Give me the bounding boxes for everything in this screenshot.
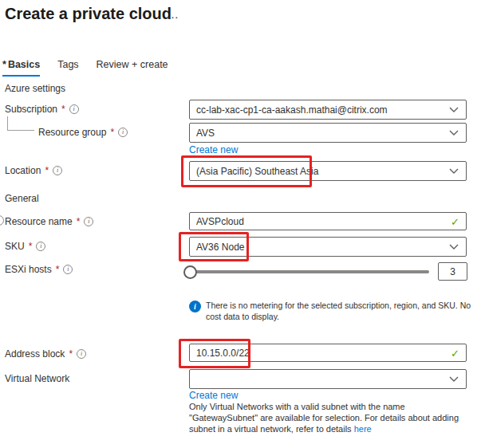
tab-review-create-label: Review + create	[97, 59, 168, 70]
clipped-info-icon	[0, 215, 4, 226]
tree-connector-horizontal	[7, 130, 34, 131]
info-icon[interactable]: i	[63, 265, 73, 274]
chevron-down-icon	[449, 128, 459, 139]
sku-label: SKU * i	[5, 241, 45, 252]
info-banner-icon: i	[189, 301, 201, 312]
wizard-tabs: *Basics Tags Review + create	[2, 59, 168, 77]
esxi-hosts-value: 3	[450, 266, 455, 277]
subscription-label: Subscription * i	[5, 104, 79, 115]
required-asterisk: *	[45, 165, 49, 176]
address-block-label: Address block * i	[5, 348, 86, 360]
location-label-text: Location	[5, 165, 41, 176]
required-asterisk: *	[29, 241, 33, 252]
valid-check-icon: ✓	[451, 215, 459, 227]
info-icon[interactable]: i	[84, 217, 93, 226]
address-block-label-text: Address block	[5, 348, 65, 360]
resource-group-label-text: Resource group	[38, 127, 106, 138]
required-asterisk: *	[77, 216, 81, 227]
esxi-hosts-label-text: ESXi hosts	[5, 264, 52, 275]
tab-review-create[interactable]: Review + create	[97, 59, 168, 77]
virtual-network-help-body: Only Virtual Networks with a valid subne…	[189, 402, 459, 434]
virtual-network-label-text: Virtual Network	[5, 373, 69, 384]
resource-name-label-text: Resource name	[5, 216, 73, 227]
esxi-slider-handle[interactable]	[183, 265, 197, 279]
resource-name-label: Resource name * i	[5, 216, 93, 227]
virtual-network-label: Virtual Network	[5, 373, 69, 384]
create-private-cloud-page: Create a private cloud … *Basics Tags Re…	[0, 0, 485, 448]
page-title: Create a private cloud	[5, 5, 172, 23]
tree-connector-vertical	[7, 116, 8, 130]
ellipsis-menu-icon[interactable]: …	[167, 7, 179, 21]
section-general: General	[5, 193, 39, 204]
subscription-value: cc-lab-xac-cp1-ca-aakash.mathai@citrix.c…	[196, 104, 388, 116]
info-icon[interactable]: i	[53, 166, 62, 175]
virtual-network-help-text: Only Virtual Networks with a valid subne…	[189, 401, 473, 434]
resource-group-value: AVS	[196, 128, 215, 139]
virtual-network-help-here-link[interactable]: here	[354, 424, 372, 434]
address-block-input[interactable]: 10.15.0.0/22 ✓	[189, 344, 467, 362]
location-dropdown[interactable]: (Asia Pacific) Southeast Asia	[189, 161, 467, 181]
resource-group-label: Resource group * i	[38, 127, 128, 138]
location-label: Location * i	[5, 165, 62, 176]
required-asterisk: *	[110, 127, 114, 138]
esxi-hosts-label: ESXi hosts * i	[5, 264, 73, 275]
info-banner-text: There is no metering for the selected su…	[206, 300, 474, 322]
address-block-value: 10.15.0.0/22	[196, 348, 250, 359]
location-value: (Asia Pacific) Southeast Asia	[196, 166, 318, 177]
resource-name-input[interactable]: AVSPcloud ✓	[189, 212, 467, 230]
required-asterisk: *	[69, 348, 73, 360]
chevron-down-icon	[449, 166, 459, 177]
required-asterisk: *	[61, 104, 65, 115]
required-asterisk: *	[56, 264, 60, 275]
subscription-dropdown[interactable]: cc-lab-xac-cp1-ca-aakash.mathai@citrix.c…	[189, 100, 467, 120]
resource-name-value: AVSPcloud	[196, 216, 244, 227]
valid-check-icon: ✓	[451, 347, 459, 359]
esxi-hosts-value-box[interactable]: 3	[438, 262, 467, 281]
info-icon[interactable]: i	[36, 242, 45, 251]
virtual-network-dropdown[interactable]	[189, 369, 467, 389]
info-icon[interactable]: i	[69, 104, 79, 114]
virtual-network-create-new-link[interactable]: Create new	[189, 390, 238, 401]
tab-tags[interactable]: Tags	[57, 59, 78, 77]
chevron-down-icon	[449, 242, 459, 253]
tab-required-mark: *	[2, 59, 6, 70]
chevron-down-icon	[449, 374, 459, 385]
esxi-slider-track[interactable]	[195, 270, 429, 273]
tab-basics[interactable]: *Basics	[2, 59, 40, 77]
subscription-label-text: Subscription	[5, 104, 57, 115]
sku-value: AV36 Node	[196, 242, 245, 253]
sku-label-text: SKU	[5, 241, 25, 252]
chevron-down-icon	[449, 104, 459, 116]
resource-group-create-new-link[interactable]: Create new	[189, 144, 238, 155]
tab-tags-label: Tags	[57, 59, 78, 70]
sku-dropdown[interactable]: AV36 Node	[189, 237, 467, 257]
section-azure-settings: Azure settings	[5, 83, 65, 94]
tab-basics-label: Basics	[8, 59, 40, 70]
resource-group-dropdown[interactable]: AVS	[189, 123, 467, 143]
info-icon[interactable]: i	[77, 349, 86, 359]
info-icon[interactable]: i	[118, 128, 128, 137]
